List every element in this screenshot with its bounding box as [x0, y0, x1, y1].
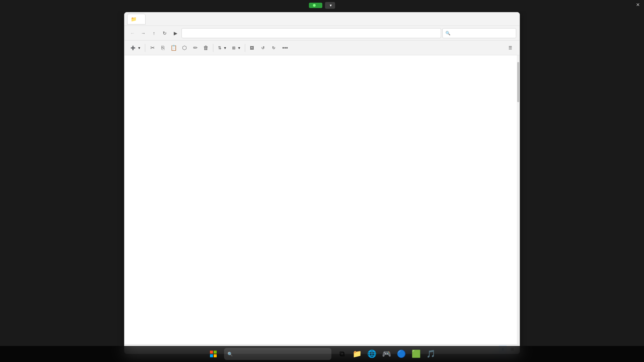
- file-grid: [124, 55, 517, 344]
- search-box[interactable]: 🔍: [442, 28, 516, 38]
- svg-rect-0: [210, 351, 213, 354]
- scrollbar[interactable]: [517, 55, 520, 344]
- maximize-button[interactable]: [496, 14, 505, 24]
- svg-rect-3: [214, 354, 217, 357]
- task-view-button[interactable]: ⧉: [335, 347, 349, 361]
- svg-rect-1: [214, 351, 217, 354]
- toolbar-separator-3: [245, 44, 245, 52]
- taskbar-search[interactable]: 🔍: [224, 348, 331, 360]
- toolbar-separator-2: [213, 44, 213, 52]
- explorer-window: 📁 ← → ↑ ↻ ▶ 🔍 ➕ ▾ ✂ ⎘: [124, 12, 520, 354]
- location-icon: ▶: [171, 28, 180, 38]
- new-icon: ➕: [130, 46, 136, 50]
- top-bar-controls: ✕: [635, 1, 641, 8]
- rename-button[interactable]: ✏: [190, 43, 200, 53]
- screen-share-banner: [309, 3, 322, 8]
- sort-icon: ⇅: [218, 46, 221, 50]
- delete-button[interactable]: 🗑: [201, 43, 211, 53]
- details-icon: ☰: [508, 46, 512, 50]
- share-indicator: [313, 4, 316, 7]
- search-icon: 🔍: [445, 31, 450, 36]
- view-dropdown-icon: ▾: [238, 46, 240, 50]
- new-button[interactable]: ➕ ▾: [128, 44, 143, 52]
- breadcrumb[interactable]: [181, 28, 441, 38]
- svg-rect-2: [210, 354, 213, 357]
- edge-browser-taskbar[interactable]: 🌐: [365, 347, 378, 361]
- title-bar: 📁: [124, 12, 520, 26]
- content-area: [124, 55, 520, 344]
- cut-button[interactable]: ✂: [147, 43, 157, 53]
- sort-button[interactable]: ⇅ ▾: [215, 44, 229, 52]
- folder-icon: 📁: [131, 16, 137, 22]
- background-icon: 🖼: [250, 46, 254, 50]
- file-explorer-taskbar[interactable]: 📁: [350, 347, 364, 361]
- back-button[interactable]: ←: [128, 28, 137, 38]
- new-dropdown-icon: ▾: [138, 46, 140, 50]
- app1-taskbar[interactable]: 🎮: [380, 347, 393, 361]
- details-button[interactable]: ☰: [506, 44, 516, 52]
- app2-taskbar[interactable]: 🔵: [394, 347, 408, 361]
- window-tab[interactable]: 📁: [127, 14, 146, 24]
- toolbar: ➕ ▾ ✂ ⎘ 📋 ⬡ ✏ 🗑 ⇅ ▾ ⊞ ▾ 🖼 ↺: [124, 41, 520, 55]
- taskbar-search-icon: 🔍: [227, 352, 233, 357]
- set-background-button[interactable]: 🖼: [247, 44, 258, 52]
- start-button[interactable]: [207, 347, 220, 361]
- window-controls: [485, 14, 517, 24]
- up-button[interactable]: ↑: [149, 28, 159, 38]
- rotate-right-icon: ↻: [272, 46, 275, 50]
- copy-button[interactable]: ⎘: [158, 43, 168, 53]
- view-options-button[interactable]: ▾: [325, 2, 335, 9]
- forward-button[interactable]: →: [139, 28, 148, 38]
- app3-taskbar[interactable]: 🟩: [409, 347, 423, 361]
- rotate-left-icon: ↺: [261, 46, 265, 50]
- top-bar: ▾ ✕: [0, 0, 644, 11]
- chrome-close-icon[interactable]: ✕: [635, 1, 641, 8]
- view-icon: ⊞: [232, 46, 235, 50]
- toolbar-separator-1: [145, 44, 145, 52]
- share-button[interactable]: ⬡: [179, 43, 190, 53]
- view-button[interactable]: ⊞ ▾: [229, 44, 243, 52]
- rotate-left-button[interactable]: ↺: [259, 44, 269, 52]
- more-button[interactable]: •••: [280, 43, 290, 53]
- address-bar: ← → ↑ ↻ ▶ 🔍: [124, 26, 520, 41]
- taskbar: 🔍 ⧉ 📁 🌐 🎮 🔵 🟩 🎵: [0, 346, 644, 362]
- paste-button[interactable]: 📋: [169, 43, 179, 53]
- minimize-button[interactable]: [485, 14, 494, 24]
- chevron-down-icon: ▾: [330, 3, 332, 8]
- app4-taskbar[interactable]: 🎵: [424, 347, 437, 361]
- refresh-button[interactable]: ↻: [160, 28, 169, 38]
- sort-dropdown-icon: ▾: [224, 46, 226, 50]
- rotate-right-button[interactable]: ↻: [269, 44, 279, 52]
- close-button[interactable]: [507, 14, 517, 24]
